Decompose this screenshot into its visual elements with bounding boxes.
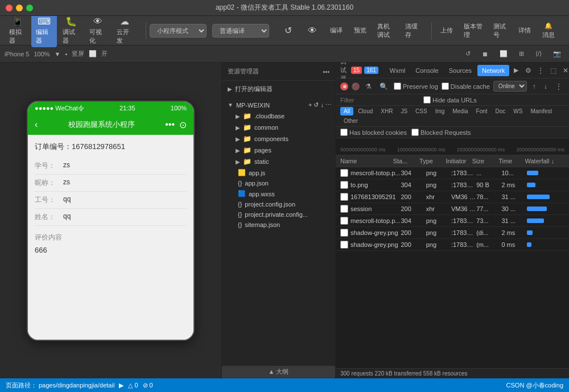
maximize-button[interactable] [26, 5, 33, 11]
more-tabs-btn[interactable]: ▶ [512, 65, 521, 75]
blocked-requests-checkbox[interactable]: Blocked Requests [411, 129, 471, 136]
preserve-log-checkbox[interactable]: Preserve log [394, 82, 438, 90]
tab-wxml[interactable]: Wxml [385, 65, 410, 76]
more-network-btn[interactable]: ⋮ [553, 81, 564, 92]
folder-item[interactable]: ▶📁.cloudbase [222, 110, 335, 122]
folder-item[interactable]: ▶📁common [222, 122, 335, 133]
file-item[interactable]: 🟨app.js [222, 167, 335, 178]
type-filter-font[interactable]: Font [473, 107, 491, 115]
expand-btn[interactable]: ⬚ [548, 65, 558, 76]
eye-button[interactable]: 👁 [301, 23, 324, 38]
close-devtools-btn[interactable]: ✕ [560, 65, 569, 76]
project-toggle[interactable]: ▼ MP-WEIXIN + ↺ ↓ ⋯ [222, 100, 335, 110]
row-checkbox[interactable] [340, 193, 348, 201]
table-row[interactable]: mescroll-totop.p... 304 png :17831/... 7… [336, 215, 569, 227]
refresh-button[interactable]: ↺ [277, 23, 300, 38]
preserve-log-input[interactable] [394, 82, 401, 90]
disable-cache-input[interactable] [442, 82, 449, 90]
clear-cache-btn[interactable]: 清缓存 [401, 20, 423, 42]
type-filter-other[interactable]: Other [340, 117, 361, 125]
folder-item[interactable]: ▶📁components [222, 133, 335, 145]
table-row[interactable]: session 200 xhr VM36 a... 77... 30 ... [336, 203, 569, 215]
preview-btn[interactable]: 预览 [349, 24, 372, 37]
table-row[interactable]: mescroll-totop.p... 304 png :17831/... .… [336, 167, 569, 179]
folder-item[interactable]: ▶📁pages [222, 145, 335, 156]
clear-network-btn[interactable]: 🚫 [352, 82, 360, 90]
file-item[interactable]: {}app.json [222, 178, 335, 188]
details-btn[interactable]: 详情 [513, 24, 536, 37]
more-options-btn[interactable]: ⋮ [535, 65, 546, 76]
cloud-button[interactable]: ☁ 云开发 [112, 14, 138, 47]
debugger-button[interactable]: 🐛 调试器 [58, 14, 84, 47]
type-filter-xhr[interactable]: XHR [377, 107, 396, 115]
has-blocked-input[interactable] [340, 129, 348, 136]
outline-toggle[interactable]: ▲ 大纲 [222, 366, 335, 378]
table-row[interactable]: shadow-grey.png 200 png :17831/... (m...… [336, 239, 569, 251]
type-filter-css[interactable]: CSS [412, 107, 431, 115]
hide-data-urls-checkbox[interactable]: Hide data URLs [423, 96, 477, 104]
test-btn[interactable]: 测试号 [489, 20, 512, 42]
editor-button[interactable]: ⌨ 编辑器 [31, 14, 57, 47]
type-filter-media[interactable]: Media [449, 107, 471, 115]
row-checkbox[interactable] [340, 229, 348, 237]
simulator-button[interactable]: 📱 模拟器 [5, 14, 30, 47]
filter-input[interactable] [340, 97, 419, 104]
close-button[interactable] [6, 5, 13, 11]
compile-btn[interactable]: 编译 [325, 24, 348, 37]
version-btn[interactable]: 版本管理 [459, 20, 488, 42]
table-row[interactable]: shadow-grey.png 200 png :17831/... (di..… [336, 227, 569, 239]
sub-screen-btn[interactable]: ⬜ [496, 49, 511, 59]
sub-refresh-btn[interactable]: ↺ [462, 49, 474, 59]
type-filter-all[interactable]: All [340, 107, 353, 115]
export-btn[interactable]: ↓ [542, 81, 550, 92]
sub-stop-btn[interactable]: ⏹ [479, 49, 492, 59]
type-filter-cloud[interactable]: Cloud [354, 107, 376, 115]
tab-sources[interactable]: Sources [444, 65, 476, 76]
open-editors-toggle[interactable]: ▶ 打开的编辑器 [222, 83, 335, 95]
capture-button[interactable]: ⊙ [179, 119, 187, 130]
type-filter-ws[interactable]: WS [510, 107, 526, 115]
row-checkbox[interactable] [340, 169, 348, 177]
blocked-requests-input[interactable] [411, 129, 419, 136]
real-debug-btn[interactable]: 真机调试 [373, 20, 400, 42]
settings-btn[interactable]: ⚙ [523, 65, 533, 76]
type-filter-img[interactable]: Img [432, 107, 448, 115]
has-blocked-checkbox[interactable]: Has blocked cookies [340, 129, 407, 136]
back-button[interactable]: ‹ [35, 119, 38, 130]
folder-expand-icon: ▶ [236, 113, 240, 119]
hide-data-input[interactable] [423, 96, 431, 104]
import-btn[interactable]: ↑ [530, 81, 538, 92]
disable-cache-checkbox[interactable]: Disable cache [442, 82, 490, 90]
file-item[interactable]: {}project.private.config... [222, 209, 335, 220]
row-checkbox[interactable] [340, 205, 348, 213]
type-filter-doc[interactable]: Doc [492, 107, 509, 115]
minimize-button[interactable] [16, 5, 23, 11]
table-row[interactable]: to.png 304 png :17831/... 90 B 2 ms [336, 179, 569, 191]
sub-code-btn[interactable]: ⟨/⟩ [532, 49, 545, 59]
tab-network[interactable]: Network [477, 65, 509, 76]
compile-select[interactable]: 普通编译 [212, 24, 269, 38]
folder-item[interactable]: ▶📁static [222, 156, 335, 167]
row-checkbox[interactable] [340, 241, 348, 249]
visual-button[interactable]: 👁 可视化 [85, 14, 110, 47]
sub-grid-btn[interactable]: ⊞ [516, 49, 527, 59]
record-btn[interactable]: ⏺ [340, 82, 348, 90]
upload-btn[interactable]: 上传 [435, 24, 458, 37]
tab-console[interactable]: Console [411, 65, 443, 76]
sub-camera-btn[interactable]: 📷 [550, 49, 564, 59]
file-item[interactable]: 🟦app.wxss [222, 188, 335, 199]
more-button[interactable]: ••• [165, 119, 175, 130]
mode-select[interactable]: 小程序模式 [150, 24, 207, 38]
network-summary: 300 requests 220 kB transferred 558 kB r… [336, 368, 569, 378]
row-checkbox[interactable] [340, 181, 348, 189]
search-network-btn[interactable]: 🔍 [377, 81, 390, 92]
throttle-select[interactable]: Online [493, 81, 527, 92]
type-filter-js[interactable]: JS [397, 107, 411, 115]
filter-toggle-btn[interactable]: ⚗ [363, 81, 374, 92]
file-item[interactable]: {}sitemap.json [222, 220, 335, 230]
type-filter-manifest[interactable]: Manifest [527, 107, 555, 115]
notifications-btn[interactable]: 🔔 消息 [537, 20, 560, 42]
file-item[interactable]: {}project.config.json [222, 199, 335, 209]
row-checkbox[interactable] [340, 217, 348, 225]
table-row[interactable]: 1676813095291 200 xhr VM36 a... 78... 31… [336, 191, 569, 203]
